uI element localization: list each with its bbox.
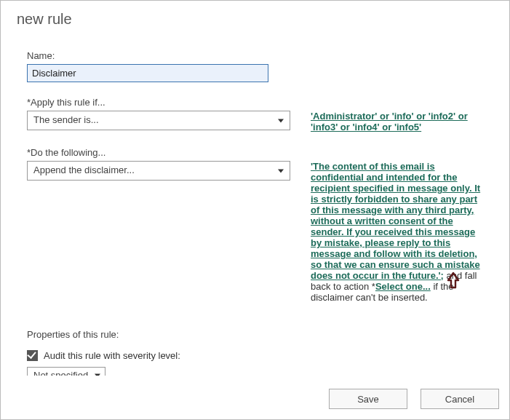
save-button[interactable]: Save: [329, 389, 407, 409]
new-rule-dialog: new rule Name: *Apply this rule if... Th…: [0, 0, 510, 420]
chevron-down-icon: [95, 374, 100, 376]
severity-dropdown[interactable]: Not specified: [27, 367, 105, 376]
cancel-button[interactable]: Cancel: [421, 389, 499, 409]
condition-summary-link[interactable]: 'Administrator' or 'info' or 'info2' or …: [311, 111, 468, 132]
action-summary: 'The content of this email is confidenti…: [311, 161, 501, 303]
action-selected: Append the disclaimer...: [33, 165, 135, 175]
condition-dropdown[interactable]: The sender is...: [27, 111, 290, 130]
dialog-footer: Save Cancel: [329, 389, 499, 409]
action-label: *Do the following...: [27, 147, 501, 158]
chevron-down-icon: [278, 119, 284, 122]
condition-label: *Apply this rule if...: [27, 97, 501, 108]
chevron-down-icon: [278, 169, 284, 173]
condition-section: *Apply this rule if... The sender is... …: [27, 97, 501, 132]
name-label: Name:: [27, 50, 501, 61]
name-input[interactable]: [27, 64, 268, 82]
condition-selected: The sender is...: [33, 114, 99, 125]
severity-selected: Not specified: [33, 370, 88, 376]
audit-label: Audit this rule with severity level:: [44, 350, 180, 361]
dialog-title: new rule: [1, 1, 509, 28]
audit-checkbox[interactable]: [27, 350, 38, 361]
fallback-action-link[interactable]: Select one...: [375, 281, 431, 292]
name-section: Name:: [27, 50, 501, 82]
action-section: *Do the following... Append the disclaim…: [27, 147, 501, 303]
dialog-body[interactable]: Name: *Apply this rule if... The sender …: [27, 50, 501, 376]
audit-row: Audit this rule with severity level:: [27, 350, 501, 361]
disclaimer-text-link[interactable]: 'The content of this email is confidenti…: [311, 161, 480, 281]
properties-label: Properties of this rule:: [27, 329, 501, 340]
action-dropdown[interactable]: Append the disclaimer...: [27, 161, 290, 181]
